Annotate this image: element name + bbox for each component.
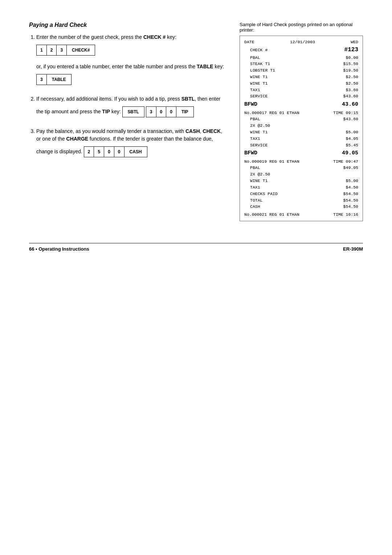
r3-wine-val: $5.00 bbox=[346, 178, 358, 184]
r2-pbal: PBAL $43.60 bbox=[244, 116, 358, 122]
key-3: 3 bbox=[57, 45, 67, 55]
r5-label: WINE T1 bbox=[244, 80, 346, 87]
receipt-row-service1: SERVICE $43.60 bbox=[244, 93, 358, 100]
key-0d: 0 bbox=[114, 147, 124, 157]
bfwd1-label: BFWD bbox=[244, 100, 342, 109]
r3-cash: CASH $54.50 bbox=[244, 203, 358, 210]
receipt-row-wine1: WINE T1 $2.50 bbox=[244, 74, 358, 80]
page-footer: 66 • Operating Instructions ER-390M bbox=[29, 243, 363, 252]
r2-tax1: TAX1 $4.05 bbox=[244, 135, 358, 142]
footer-right: ER-390M bbox=[343, 246, 363, 252]
step-1: Enter the number of the guest check, pre… bbox=[36, 33, 225, 89]
right-column: Sample of Hard Check postings printed on… bbox=[240, 22, 363, 221]
page-wrapper: Paying a Hard Check Enter the number of … bbox=[29, 22, 363, 252]
r4-label: WINE T1 bbox=[244, 74, 346, 80]
r3-2x-lbl: 2X @2.50 bbox=[244, 171, 358, 178]
key-sequence-sbtl: SBTL bbox=[122, 106, 144, 117]
receipt-row-pbal1: PBAL $0.00 bbox=[244, 54, 358, 61]
key-2b: 2 bbox=[84, 147, 94, 157]
r7-value: $43.60 bbox=[343, 93, 358, 100]
key-tip: TIP bbox=[176, 107, 193, 117]
page-content: Paying a Hard Check Enter the number of … bbox=[29, 22, 363, 221]
r3-tax1: TAX1 $4.50 bbox=[244, 184, 358, 191]
receipt-date-day: WED bbox=[351, 39, 358, 45]
receipt-rows1: PBAL $0.00 STEAK T1 $15.50 LOBSTER T1 $1… bbox=[244, 54, 358, 100]
r3-cp-val: $54.50 bbox=[343, 191, 358, 197]
r5-value: $2.50 bbox=[346, 80, 358, 87]
key-5: 5 bbox=[94, 147, 104, 157]
receipt-no3: No.000021 REG 01 ETHAN TIME 10:16 bbox=[244, 211, 358, 218]
step-3: Pay the balance, as you would normally t… bbox=[36, 127, 225, 161]
no1-time: TIME 09:15 bbox=[333, 110, 358, 116]
r2-tax1-val: $4.05 bbox=[346, 135, 358, 142]
bfwd2-label: BFWD bbox=[244, 149, 342, 157]
r7-label: SERVICE bbox=[244, 93, 343, 100]
receipt-check-num: #123 bbox=[344, 45, 358, 54]
receipt-no2: No.000019 REG 01 ETHAN TIME 09:47 bbox=[244, 158, 358, 165]
r3-value: $19.50 bbox=[343, 67, 358, 74]
r1-value: $0.00 bbox=[346, 54, 358, 61]
receipt-no1: No.000017 REG 01 ETHAN TIME 09:15 bbox=[244, 110, 358, 116]
instructions-list: Enter the number of the guest check, pre… bbox=[29, 33, 225, 161]
r3-cp-lbl: CHECKS PAID bbox=[244, 191, 343, 197]
key-0a: 0 bbox=[156, 107, 167, 117]
receipt-bfwd2: BFWD 49.05 bbox=[244, 149, 358, 157]
key-checknum: CHECK# bbox=[67, 45, 95, 55]
key-3c: 3 bbox=[146, 107, 156, 117]
r3-tax1-val: $4.50 bbox=[346, 184, 358, 191]
left-column: Paying a Hard Check Enter the number of … bbox=[29, 22, 225, 167]
r1-label: PBAL bbox=[244, 54, 346, 61]
step1-text1: Enter the number of the guest check, pre… bbox=[36, 34, 176, 40]
r3-total: TOTAL $54.50 bbox=[244, 197, 358, 204]
key-sequence-check: 1 2 3 CHECK# bbox=[36, 45, 95, 56]
r3-tax1-lbl: TAX1 bbox=[244, 184, 346, 191]
r6-label: TAX1 bbox=[244, 87, 346, 93]
receipt-date-row: DATE 12/01/2003 WED bbox=[244, 39, 358, 45]
key-2: 2 bbox=[47, 45, 57, 55]
receipt-bfwd1: BFWD 43.60 bbox=[244, 100, 358, 109]
no3-time: TIME 10:16 bbox=[333, 211, 358, 218]
r4-value: $2.50 bbox=[346, 74, 358, 80]
r3-wine: WINE T1 $5.00 bbox=[244, 178, 358, 184]
no2-time: TIME 09:47 bbox=[333, 158, 358, 165]
r3-pbal: PBAL $49.05 bbox=[244, 165, 358, 171]
r2-service: SERVICE $5.45 bbox=[244, 142, 358, 149]
r3-cash-lbl: CASH bbox=[244, 203, 343, 210]
key-sbtl: SBTL bbox=[123, 107, 144, 117]
key-sequence-tip: 3 0 0 TIP bbox=[146, 106, 194, 117]
receipt-row-wine2: WINE T1 $2.50 bbox=[244, 80, 358, 87]
r3-total-val: $54.50 bbox=[343, 197, 358, 204]
r2-2x-lbl: 2X @2.50 bbox=[244, 122, 358, 129]
r3-checkspaid: CHECKS PAID $54.50 bbox=[244, 191, 358, 197]
step1-text2: or, if you entered a table number, enter… bbox=[36, 63, 225, 70]
receipt-date-value: 12/01/2003 bbox=[290, 39, 315, 45]
receipt-check-label: CHECK # bbox=[244, 47, 268, 53]
r2-pbal-lbl: PBAL bbox=[244, 116, 343, 122]
receipt-rows3: PBAL $49.05 2X @2.50 WINE T1 $5.00 TAX1 … bbox=[244, 165, 358, 210]
receipt-row-lobster: LOBSTER T1 $19.50 bbox=[244, 67, 358, 74]
receipt-box: DATE 12/01/2003 WED CHECK # #123 PBAL $0… bbox=[240, 36, 363, 221]
r2-service-val: $5.45 bbox=[346, 142, 358, 149]
r2-tax1-lbl: TAX1 bbox=[244, 135, 346, 142]
key-table: TABLE bbox=[47, 74, 71, 85]
receipt-check-row: CHECK # #123 bbox=[244, 45, 358, 54]
key-1: 1 bbox=[37, 45, 47, 55]
r2-service-lbl: SERVICE bbox=[244, 142, 346, 149]
r3-label: LOBSTER T1 bbox=[244, 67, 343, 74]
r2-wine-lbl: WINE T1 bbox=[244, 129, 346, 135]
section-title: Paying a Hard Check bbox=[29, 22, 225, 28]
no1-text: No.000017 REG 01 ETHAN bbox=[244, 110, 299, 116]
key-cash: CASH bbox=[124, 147, 147, 157]
key-3b: 3 bbox=[37, 74, 47, 85]
key-sequence-cash: 2 5 0 0 CASH bbox=[84, 146, 147, 157]
receipt-rows2: PBAL $43.60 2X @2.50 WINE T1 $5.00 TAX1 … bbox=[244, 116, 358, 148]
no3-text: No.000021 REG 01 ETHAN bbox=[244, 211, 299, 218]
r2-wine-val: $5.00 bbox=[346, 129, 358, 135]
r6-value: $3.60 bbox=[346, 87, 358, 93]
receipt-intro: Sample of Hard Check postings printed on… bbox=[240, 22, 363, 33]
r3-pbal-val: $49.05 bbox=[343, 165, 358, 171]
r2-pbal-val: $43.60 bbox=[343, 116, 358, 122]
bfwd1-value: 43.60 bbox=[342, 100, 358, 109]
key-0b: 0 bbox=[166, 107, 176, 117]
r3-total-lbl: TOTAL bbox=[244, 197, 343, 204]
